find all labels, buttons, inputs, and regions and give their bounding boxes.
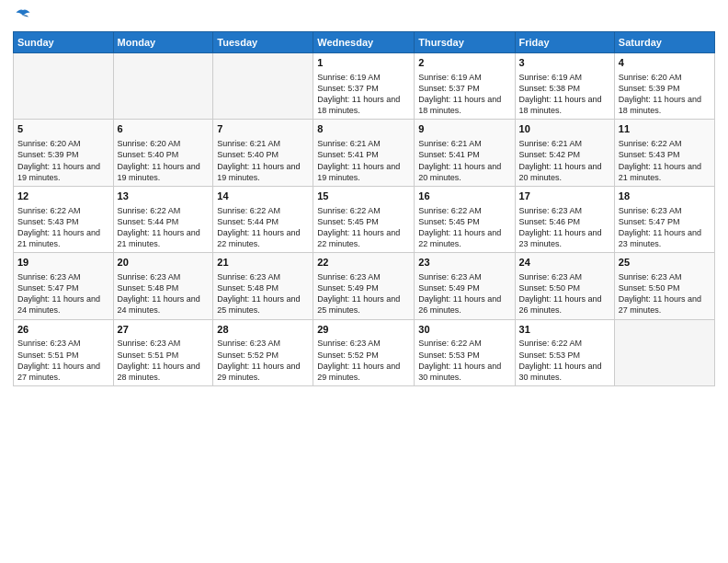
day-number: 20 (118, 256, 210, 270)
calendar-cell (113, 53, 213, 120)
logo-bird-icon (15, 7, 31, 24)
day-number: 19 (17, 256, 109, 270)
calendar-cell: 11Sunrise: 6:22 AM Sunset: 5:43 PM Dayli… (614, 120, 714, 186)
logo-text (13, 9, 31, 26)
day-info: Sunrise: 6:23 AM Sunset: 5:50 PM Dayligh… (519, 271, 610, 316)
calendar-cell (213, 53, 313, 120)
day-number: 11 (619, 122, 711, 136)
calendar-cell: 12Sunrise: 6:22 AM Sunset: 5:43 PM Dayli… (14, 186, 114, 252)
calendar-cell: 20Sunrise: 6:23 AM Sunset: 5:48 PM Dayli… (113, 253, 213, 319)
weekday-friday: Friday (515, 32, 614, 53)
day-info: Sunrise: 6:21 AM Sunset: 5:40 PM Dayligh… (217, 138, 309, 183)
calendar-cell: 28Sunrise: 6:23 AM Sunset: 5:52 PM Dayli… (213, 319, 313, 385)
page: SundayMondayTuesdayWednesdayThursdayFrid… (0, 0, 728, 563)
calendar-cell: 19Sunrise: 6:23 AM Sunset: 5:47 PM Dayli… (14, 253, 114, 319)
weekday-wednesday: Wednesday (313, 32, 415, 53)
day-info: Sunrise: 6:21 AM Sunset: 5:42 PM Dayligh… (519, 138, 610, 183)
calendar-cell: 21Sunrise: 6:23 AM Sunset: 5:48 PM Dayli… (213, 253, 313, 319)
day-info: Sunrise: 6:23 AM Sunset: 5:47 PM Dayligh… (619, 205, 711, 250)
day-number: 2 (418, 56, 510, 70)
day-number: 26 (17, 323, 109, 337)
day-number: 17 (519, 190, 610, 203)
calendar-week-row: 5Sunrise: 6:20 AM Sunset: 5:39 PM Daylig… (14, 120, 715, 186)
weekday-thursday: Thursday (415, 32, 515, 53)
day-number: 22 (317, 256, 410, 270)
day-number: 18 (619, 190, 711, 203)
day-number: 24 (519, 256, 610, 270)
weekday-monday: Monday (113, 32, 213, 53)
calendar-cell: 22Sunrise: 6:23 AM Sunset: 5:49 PM Dayli… (313, 253, 415, 319)
calendar-cell (614, 319, 714, 385)
day-info: Sunrise: 6:23 AM Sunset: 5:46 PM Dayligh… (519, 205, 610, 250)
day-info: Sunrise: 6:22 AM Sunset: 5:53 PM Dayligh… (418, 338, 510, 383)
day-info: Sunrise: 6:21 AM Sunset: 5:41 PM Dayligh… (317, 138, 410, 183)
logo (13, 9, 31, 26)
day-info: Sunrise: 6:22 AM Sunset: 5:45 PM Dayligh… (317, 205, 410, 250)
calendar-cell: 29Sunrise: 6:23 AM Sunset: 5:52 PM Dayli… (313, 319, 415, 385)
calendar-cell: 16Sunrise: 6:22 AM Sunset: 5:45 PM Dayli… (415, 186, 515, 252)
day-info: Sunrise: 6:23 AM Sunset: 5:50 PM Dayligh… (619, 271, 711, 316)
day-info: Sunrise: 6:20 AM Sunset: 5:39 PM Dayligh… (619, 72, 711, 117)
weekday-sunday: Sunday (14, 32, 114, 53)
day-number: 14 (217, 190, 309, 203)
day-number: 12 (17, 190, 109, 203)
day-info: Sunrise: 6:22 AM Sunset: 5:44 PM Dayligh… (217, 205, 309, 250)
day-info: Sunrise: 6:19 AM Sunset: 5:37 PM Dayligh… (317, 72, 410, 117)
calendar-cell: 25Sunrise: 6:23 AM Sunset: 5:50 PM Dayli… (614, 253, 714, 319)
day-info: Sunrise: 6:20 AM Sunset: 5:39 PM Dayligh… (17, 138, 109, 183)
day-info: Sunrise: 6:22 AM Sunset: 5:43 PM Dayligh… (17, 205, 109, 250)
calendar-cell: 14Sunrise: 6:22 AM Sunset: 5:44 PM Dayli… (213, 186, 313, 252)
calendar-cell: 17Sunrise: 6:23 AM Sunset: 5:46 PM Dayli… (515, 186, 614, 252)
day-number: 3 (519, 56, 610, 70)
day-number: 30 (418, 323, 510, 337)
calendar-cell: 2Sunrise: 6:19 AM Sunset: 5:37 PM Daylig… (415, 53, 515, 120)
day-number: 10 (519, 122, 610, 136)
calendar-cell: 27Sunrise: 6:23 AM Sunset: 5:51 PM Dayli… (113, 319, 213, 385)
day-number: 28 (217, 323, 309, 337)
day-info: Sunrise: 6:23 AM Sunset: 5:52 PM Dayligh… (217, 338, 309, 383)
day-info: Sunrise: 6:23 AM Sunset: 5:51 PM Dayligh… (118, 338, 210, 383)
calendar-cell: 15Sunrise: 6:22 AM Sunset: 5:45 PM Dayli… (313, 186, 415, 252)
day-number: 25 (619, 256, 711, 270)
day-info: Sunrise: 6:23 AM Sunset: 5:48 PM Dayligh… (118, 271, 210, 316)
calendar-cell: 9Sunrise: 6:21 AM Sunset: 5:41 PM Daylig… (415, 120, 515, 186)
day-info: Sunrise: 6:22 AM Sunset: 5:43 PM Dayligh… (619, 138, 711, 183)
day-number: 29 (317, 323, 410, 337)
calendar-cell: 3Sunrise: 6:19 AM Sunset: 5:38 PM Daylig… (515, 53, 614, 120)
day-number: 7 (217, 122, 309, 136)
day-number: 8 (317, 122, 410, 136)
calendar-cell: 26Sunrise: 6:23 AM Sunset: 5:51 PM Dayli… (14, 319, 114, 385)
calendar-cell: 4Sunrise: 6:20 AM Sunset: 5:39 PM Daylig… (614, 53, 714, 120)
header (13, 9, 715, 26)
calendar-table: SundayMondayTuesdayWednesdayThursdayFrid… (13, 31, 715, 386)
calendar-cell: 23Sunrise: 6:23 AM Sunset: 5:49 PM Dayli… (415, 253, 515, 319)
day-info: Sunrise: 6:21 AM Sunset: 5:41 PM Dayligh… (418, 138, 510, 183)
day-number: 13 (118, 190, 210, 203)
day-number: 15 (317, 190, 410, 203)
day-number: 23 (418, 256, 510, 270)
day-number: 4 (619, 56, 711, 70)
weekday-tuesday: Tuesday (213, 32, 313, 53)
day-info: Sunrise: 6:23 AM Sunset: 5:49 PM Dayligh… (317, 271, 410, 316)
day-number: 16 (418, 190, 510, 203)
weekday-saturday: Saturday (614, 32, 714, 53)
calendar-cell: 18Sunrise: 6:23 AM Sunset: 5:47 PM Dayli… (614, 186, 714, 252)
calendar-cell: 5Sunrise: 6:20 AM Sunset: 5:39 PM Daylig… (14, 120, 114, 186)
calendar-week-row: 1Sunrise: 6:19 AM Sunset: 5:37 PM Daylig… (14, 53, 715, 120)
day-number: 5 (17, 122, 109, 136)
day-number: 21 (217, 256, 309, 270)
calendar-week-row: 19Sunrise: 6:23 AM Sunset: 5:47 PM Dayli… (14, 253, 715, 319)
day-number: 27 (118, 323, 210, 337)
day-info: Sunrise: 6:22 AM Sunset: 5:53 PM Dayligh… (519, 338, 610, 383)
day-info: Sunrise: 6:23 AM Sunset: 5:48 PM Dayligh… (217, 271, 309, 316)
day-info: Sunrise: 6:19 AM Sunset: 5:38 PM Dayligh… (519, 72, 610, 117)
day-info: Sunrise: 6:22 AM Sunset: 5:45 PM Dayligh… (418, 205, 510, 250)
calendar-cell: 13Sunrise: 6:22 AM Sunset: 5:44 PM Dayli… (113, 186, 213, 252)
calendar-cell: 31Sunrise: 6:22 AM Sunset: 5:53 PM Dayli… (515, 319, 614, 385)
day-number: 6 (118, 122, 210, 136)
calendar-cell: 30Sunrise: 6:22 AM Sunset: 5:53 PM Dayli… (415, 319, 515, 385)
day-info: Sunrise: 6:23 AM Sunset: 5:47 PM Dayligh… (17, 271, 109, 316)
calendar-week-row: 26Sunrise: 6:23 AM Sunset: 5:51 PM Dayli… (14, 319, 715, 385)
day-info: Sunrise: 6:23 AM Sunset: 5:49 PM Dayligh… (418, 271, 510, 316)
day-number: 1 (317, 56, 410, 70)
